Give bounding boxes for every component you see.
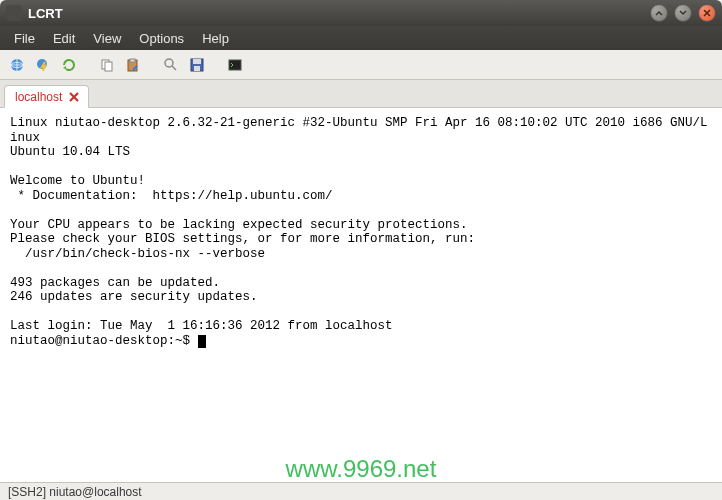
paste-button[interactable] — [122, 54, 144, 76]
watermark: www.9969.net — [286, 462, 437, 477]
statusbar: [SSH2] niutao@localhost — [0, 482, 722, 500]
save-button[interactable] — [186, 54, 208, 76]
terminal-output[interactable]: Linux niutao-desktop 2.6.32-21-generic #… — [0, 108, 722, 482]
quick-connect-button[interactable] — [32, 54, 54, 76]
globe-lightning-icon — [35, 57, 51, 73]
window-title: LCRT — [28, 6, 650, 21]
close-button[interactable] — [698, 4, 716, 22]
minimize-button[interactable] — [650, 4, 668, 22]
terminal-line: * Documentation: https://help.ubuntu.com… — [10, 189, 333, 203]
tab-localhost[interactable]: localhost — [4, 85, 89, 108]
terminal-button[interactable] — [224, 54, 246, 76]
menu-view[interactable]: View — [85, 29, 129, 48]
svg-rect-9 — [193, 59, 201, 64]
close-icon — [702, 8, 712, 18]
terminal-line: /usr/bin/check-bios-nx --verbose — [10, 247, 265, 261]
maximize-button[interactable] — [674, 4, 692, 22]
svg-rect-10 — [194, 66, 200, 71]
terminal-line: 493 packages can be updated. — [10, 276, 220, 290]
toolbar — [0, 50, 722, 80]
tab-close-button[interactable] — [68, 91, 80, 103]
connect-button[interactable] — [6, 54, 28, 76]
copy-button[interactable] — [96, 54, 118, 76]
terminal-prompt: niutao@niutao-desktop:~$ — [10, 334, 198, 348]
menubar: File Edit View Options Help — [0, 26, 722, 50]
search-icon — [163, 57, 179, 73]
minimize-icon — [654, 8, 664, 18]
terminal-line: Ubuntu 10.04 LTS — [10, 145, 130, 159]
menu-help[interactable]: Help — [194, 29, 237, 48]
paste-icon — [125, 57, 141, 73]
terminal-icon — [227, 57, 243, 73]
svg-rect-4 — [105, 62, 112, 71]
menu-file[interactable]: File — [6, 29, 43, 48]
refresh-icon — [61, 57, 77, 73]
svg-rect-6 — [130, 59, 135, 62]
menu-edit[interactable]: Edit — [45, 29, 83, 48]
reconnect-button[interactable] — [58, 54, 80, 76]
status-text: [SSH2] niutao@localhost — [8, 485, 142, 499]
terminal-line: Linux niutao-desktop 2.6.32-21-generic #… — [10, 116, 708, 145]
terminal-line: Your CPU appears to be lacking expected … — [10, 218, 468, 232]
close-x-icon — [68, 91, 80, 103]
globe-icon — [9, 57, 25, 73]
maximize-icon — [678, 8, 688, 18]
cursor — [198, 335, 206, 348]
window-buttons — [650, 4, 716, 22]
titlebar: LCRT — [0, 0, 722, 26]
svg-point-7 — [165, 59, 173, 67]
app-icon — [6, 5, 22, 21]
terminal-line: Last login: Tue May 1 16:16:36 2012 from… — [10, 319, 393, 333]
copy-icon — [99, 57, 115, 73]
menu-options[interactable]: Options — [131, 29, 192, 48]
floppy-icon — [189, 57, 205, 73]
terminal-line: Welcome to Ubuntu! — [10, 174, 145, 188]
svg-rect-11 — [229, 60, 241, 70]
tabbar: localhost — [0, 80, 722, 108]
tab-label: localhost — [15, 90, 62, 104]
terminal-line: Please check your BIOS settings, or for … — [10, 232, 475, 246]
terminal-line: 246 updates are security updates. — [10, 290, 258, 304]
find-button[interactable] — [160, 54, 182, 76]
